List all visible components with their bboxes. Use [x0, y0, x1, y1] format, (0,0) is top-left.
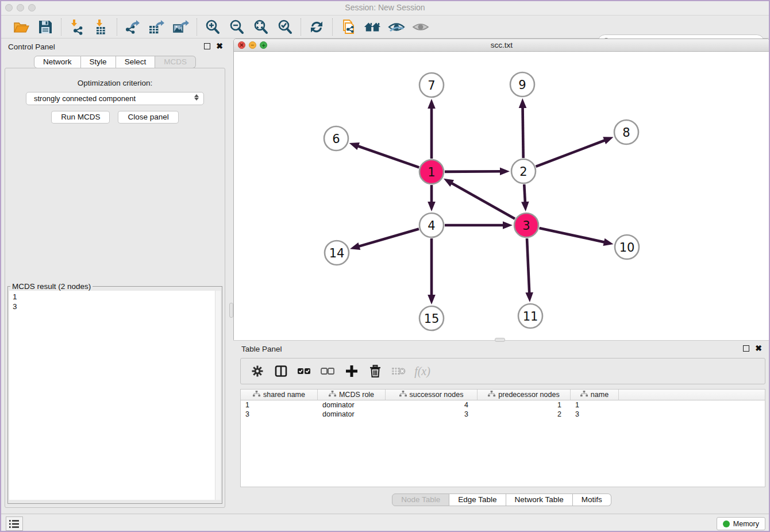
graph-edge-arrowhead — [444, 179, 454, 187]
import-network-icon[interactable] — [68, 18, 86, 36]
table-cell[interactable]: 1 — [241, 400, 318, 410]
add-column-icon[interactable] — [344, 364, 359, 379]
splitter-grip-horizontal[interactable] — [495, 338, 505, 342]
export-image-icon[interactable] — [172, 18, 190, 36]
network-window-titlebar[interactable]: ✕ − ＋ scc.txt — [234, 39, 769, 52]
network-view-window: ✕ − ＋ scc.txt 7968124314101511 — [233, 38, 770, 340]
zoom-fit-icon[interactable] — [252, 18, 270, 36]
tab-select[interactable]: Select — [116, 56, 156, 68]
show-eye-icon[interactable] — [412, 18, 429, 36]
column-sort-icon[interactable] — [329, 391, 336, 399]
delete-column-icon[interactable] — [368, 364, 383, 379]
export-network-icon[interactable] — [124, 18, 141, 36]
zoom-selected-icon[interactable] — [276, 18, 294, 36]
main-toolbar — [0, 16, 770, 38]
hide-eye-icon[interactable] — [388, 18, 405, 36]
memory-button[interactable]: Memory — [717, 517, 765, 530]
tab-motifs[interactable]: Motifs — [573, 494, 611, 506]
graph-node-label: 2 — [519, 165, 527, 179]
home-icon[interactable] — [364, 18, 381, 36]
refresh-icon[interactable] — [308, 18, 325, 36]
tab-mcds[interactable]: MCDS — [155, 56, 196, 68]
table-cell[interactable]: 3 — [386, 410, 478, 419]
table-cell[interactable]: 2 — [478, 410, 571, 419]
columns-icon[interactable] — [274, 364, 288, 379]
graph-edge-arrowhead — [503, 221, 513, 229]
table-tabs: Node TableEdge TableNetwork TableMotifs — [233, 494, 770, 506]
network-window-title: scc.txt — [234, 41, 769, 49]
table-row[interactable]: 1dominator411 — [241, 400, 765, 410]
graph-node-label: 8 — [622, 126, 630, 140]
table-cell[interactable]: 3 — [241, 410, 318, 419]
table-row[interactable]: 3dominator323 — [241, 410, 765, 419]
column-header-MCDS-role[interactable]: MCDS role — [318, 390, 386, 400]
table-cell[interactable]: 4 — [386, 400, 478, 410]
graph-edge-arrowhead — [500, 167, 510, 175]
column-header-name[interactable]: name — [571, 390, 619, 400]
tab-style[interactable]: Style — [81, 56, 116, 68]
memory-label: Memory — [733, 520, 759, 528]
graph-edge-arrowhead — [349, 142, 360, 150]
column-header-shared-name[interactable]: shared name — [241, 390, 318, 400]
splitter-grip-vertical[interactable] — [229, 303, 233, 318]
float-panel-icon[interactable] — [204, 43, 210, 49]
zoom-in-icon[interactable] — [204, 18, 221, 36]
graph-edge-arrowhead — [519, 98, 527, 108]
tab-network-table[interactable]: Network Table — [506, 494, 573, 506]
graph-edge-4-14[interactable] — [357, 229, 418, 246]
column-sort-icon[interactable] — [488, 391, 495, 399]
graph-edge-arrowhead — [428, 202, 436, 211]
tab-edge-table[interactable]: Edge Table — [449, 494, 506, 506]
graph-edge-arrowhead — [428, 295, 436, 304]
control-panel-tabs: NetworkStyleSelectMCDS — [0, 56, 230, 68]
graph-edge-3-10[interactable] — [539, 228, 605, 242]
table-cell[interactable]: 1 — [478, 400, 571, 410]
result-scrollbar[interactable] — [215, 291, 221, 500]
close-table-panel-icon[interactable]: ✖ — [755, 345, 762, 352]
table-cell[interactable]: 3 — [571, 410, 619, 419]
network-graph[interactable]: 7968124314101511 — [234, 52, 769, 340]
tab-network[interactable]: Network — [34, 56, 81, 68]
check-all-icon[interactable] — [297, 364, 312, 379]
open-folder-icon[interactable] — [13, 18, 30, 36]
graph-node-label: 9 — [518, 78, 526, 92]
graph-edge-1-2[interactable] — [445, 171, 502, 172]
zoom-out-icon[interactable] — [228, 18, 245, 36]
tab-node-table[interactable]: Node Table — [392, 494, 449, 506]
graph-edge-arrowhead — [525, 292, 533, 302]
float-table-panel-icon[interactable] — [743, 345, 749, 352]
close-panel-button[interactable]: Close panel — [118, 111, 178, 124]
list-icon — [9, 519, 20, 529]
uncheck-all-icon[interactable] — [321, 364, 336, 379]
optimization-criterion-select[interactable]: strongly connected component — [26, 92, 204, 105]
graph-edge-1-6[interactable] — [357, 146, 419, 168]
column-header-predecessor-nodes[interactable]: predecessor nodes — [478, 390, 571, 400]
gear-icon[interactable] — [250, 364, 265, 379]
clone-network-icon[interactable] — [340, 18, 357, 36]
title-bar: Session: New Session — [0, 0, 770, 16]
column-label: name — [591, 391, 609, 399]
control-panel-title: Control Panel — [8, 43, 55, 51]
mcds-result-text[interactable]: 1 3 — [9, 291, 221, 500]
graph-edge-3-1[interactable] — [451, 183, 515, 219]
graph-edge-3-11[interactable] — [527, 238, 529, 294]
export-table-icon[interactable] — [148, 18, 165, 36]
run-mcds-button[interactable]: Run MCDS — [51, 111, 110, 124]
column-sort-icon[interactable] — [399, 391, 407, 399]
import-table-icon[interactable] — [93, 18, 110, 36]
graph-edge-2-8[interactable] — [536, 140, 606, 166]
table-cell[interactable]: 1 — [571, 400, 619, 410]
graph-node-label: 10 — [619, 241, 635, 255]
graph-edge-2-3[interactable] — [524, 184, 525, 203]
table-cell[interactable]: dominator — [318, 400, 386, 410]
table-cell[interactable]: dominator — [318, 410, 386, 419]
close-panel-icon[interactable]: ✖ — [216, 43, 223, 49]
column-sort-icon[interactable] — [580, 391, 588, 399]
control-panel: Control Panel ✖ NetworkStyleSelectMCDS O… — [0, 38, 230, 514]
graph-node-label: 3 — [522, 219, 530, 233]
save-icon[interactable] — [37, 18, 54, 36]
task-history-button[interactable] — [6, 516, 23, 531]
column-header-successor-nodes[interactable]: successor nodes — [386, 390, 478, 400]
column-sort-icon[interactable] — [253, 391, 260, 399]
graph-edge-2-9[interactable] — [523, 106, 523, 158]
